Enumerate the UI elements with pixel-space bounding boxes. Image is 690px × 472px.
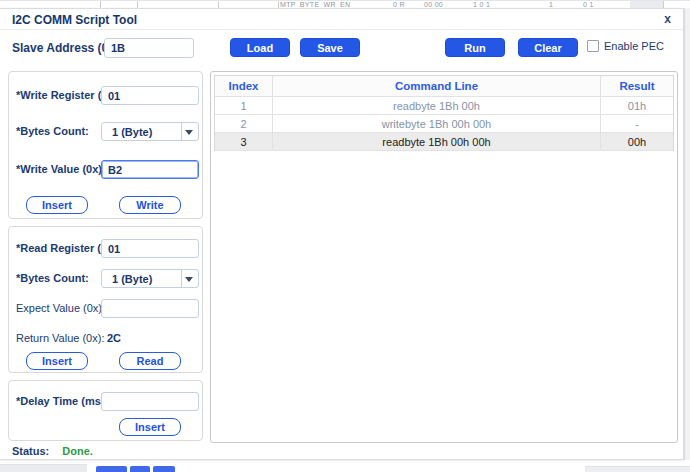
cell-command: readbyte 1Bh 00h 00h xyxy=(273,133,601,150)
cell-result: 01h xyxy=(601,97,673,114)
write-group: *Write Register (0x): *Bytes Count: 1 (B… xyxy=(8,71,203,219)
table-row[interactable]: 2writebyte 1Bh 00h 00h- xyxy=(215,115,673,133)
bg-partial-button xyxy=(96,466,127,472)
status-value: Done. xyxy=(62,445,93,457)
table-header-row: Index Command Line Result xyxy=(215,76,673,97)
cell-command: readbyte 1Bh 00h xyxy=(273,97,601,114)
read-button[interactable]: Read xyxy=(119,352,181,370)
column-header-result: Result xyxy=(601,76,673,96)
read-bytes-count-select[interactable]: 1 (Byte) xyxy=(101,269,199,288)
cell-index: 1 xyxy=(215,97,273,114)
read-insert-button[interactable]: Insert xyxy=(26,352,88,370)
status-label: Status: xyxy=(12,445,49,457)
background-app-top-strip: MTP_BYTE_WR_EN 0 R 00 00 1 0 1 1 0 1 xyxy=(0,0,690,8)
return-value-label: Return Value (0x): xyxy=(16,332,104,344)
read-group: *Read Register (0x): *Bytes Count: 1 (By… xyxy=(8,226,203,373)
cell-command: writebyte 1Bh 00h 00h xyxy=(273,115,601,132)
cell-result: 00h xyxy=(601,133,673,150)
read-bytes-count-label: *Bytes Count: xyxy=(16,272,89,284)
screen: MTP_BYTE_WR_EN 0 R 00 00 1 0 1 1 0 1 I2C… xyxy=(0,0,690,472)
bg-partial-button xyxy=(153,466,175,472)
write-bytes-count-label: *Bytes Count: xyxy=(16,125,89,137)
column-header-index: Index xyxy=(215,76,273,96)
write-value-input[interactable] xyxy=(101,160,199,179)
status-line: Status: Done. xyxy=(12,445,93,457)
read-bytes-count-value: 1 (Byte) xyxy=(112,273,152,285)
slave-address-input[interactable] xyxy=(104,38,194,58)
expect-value-label: Expect Value (0x): xyxy=(16,302,105,314)
write-register-input[interactable] xyxy=(101,86,199,105)
write-value-label: *Write Value (0x): xyxy=(16,163,106,175)
bg-table-text: 1 xyxy=(549,1,553,8)
return-value: 2C xyxy=(107,332,121,344)
expect-value-input[interactable] xyxy=(101,299,199,318)
chevron-down-icon xyxy=(185,130,193,135)
script-table-panel: Index Command Line Result 1readbyte 1Bh … xyxy=(210,71,678,443)
column-header-command: Command Line xyxy=(273,76,601,96)
toolbar: Slave Address (0x): Load Save Run Clear … xyxy=(0,36,683,60)
bg-table-text: 1 0 1 xyxy=(473,1,490,8)
enable-pec-label: Enable PEC xyxy=(604,40,664,52)
dropdown-arrow-zone[interactable] xyxy=(181,270,198,287)
write-bytes-count-select[interactable]: 1 (Byte) xyxy=(101,122,199,141)
background-app-right-strip xyxy=(684,8,690,460)
bg-table-text: 0 R xyxy=(393,1,405,8)
bg-column-divider xyxy=(218,1,219,8)
delay-time-label: *Delay Time (ms): xyxy=(16,395,108,407)
title-bar: I2C COMM Script Tool x xyxy=(0,9,683,30)
read-register-input[interactable] xyxy=(101,239,199,258)
bg-bottom-panel-right xyxy=(585,466,690,472)
delay-time-input[interactable] xyxy=(101,392,199,411)
script-table: Index Command Line Result 1readbyte 1Bh … xyxy=(214,75,674,151)
table-row[interactable]: 1readbyte 1Bh 00h01h xyxy=(215,97,673,115)
cell-index: 2 xyxy=(215,115,273,132)
load-button[interactable]: Load xyxy=(230,38,290,57)
bg-bottom-panel-left xyxy=(0,464,87,472)
delay-group: *Delay Time (ms): Insert xyxy=(8,380,203,441)
bg-column-divider xyxy=(278,1,279,8)
script-table-body: 1readbyte 1Bh 00h01h2writebyte 1Bh 00h 0… xyxy=(215,97,673,151)
chevron-down-icon xyxy=(185,277,193,282)
write-button[interactable]: Write xyxy=(119,196,181,214)
write-insert-button[interactable]: Insert xyxy=(26,196,88,214)
close-icon[interactable]: x xyxy=(664,12,671,26)
bg-column-divider xyxy=(100,1,101,8)
clear-button[interactable]: Clear xyxy=(518,38,578,57)
delay-insert-button[interactable]: Insert xyxy=(119,418,181,436)
dialog-title: I2C COMM Script Tool xyxy=(12,13,137,27)
bg-column-divider xyxy=(137,1,138,8)
enable-pec-checkbox[interactable]: Enable PEC xyxy=(587,40,664,52)
dropdown-arrow-zone[interactable] xyxy=(181,123,198,140)
checkbox-box-icon[interactable] xyxy=(587,40,599,52)
bg-table-text: 00 00 xyxy=(424,1,443,8)
write-bytes-count-value: 1 (Byte) xyxy=(112,126,152,138)
bg-column-divider xyxy=(663,1,664,8)
bg-table-text: MTP_BYTE_WR_EN xyxy=(280,1,350,8)
cell-result: - xyxy=(601,115,673,132)
bg-table-text: 0 1 xyxy=(583,1,594,8)
save-button[interactable]: Save xyxy=(300,38,360,57)
run-button[interactable]: Run xyxy=(445,38,505,57)
table-row[interactable]: 3readbyte 1Bh 00h 00h00h xyxy=(215,133,673,151)
cell-index: 3 xyxy=(215,133,273,150)
bg-partial-button xyxy=(130,466,150,472)
background-app-bottom-strip xyxy=(0,460,690,472)
bg-cell-shade xyxy=(630,1,664,8)
i2c-comm-script-tool-dialog: I2C COMM Script Tool x Slave Address (0x… xyxy=(0,8,684,460)
